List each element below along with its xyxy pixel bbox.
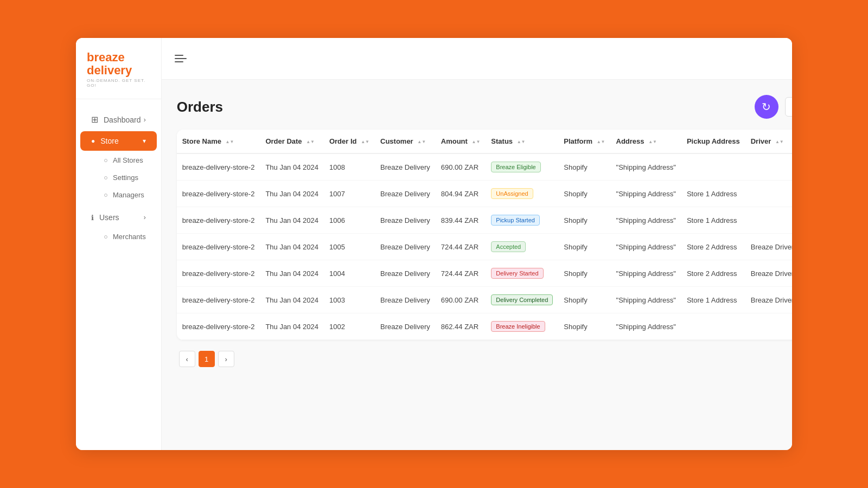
- cell-order-id: 1005: [324, 234, 375, 260]
- next-page-button[interactable]: ›: [218, 351, 234, 367]
- cell-pickup-address: [681, 153, 745, 181]
- table-row: breaze-delivery-store-2 Thu Jan 04 2024 …: [177, 207, 792, 234]
- col-order-date: Order Date ▲▼: [260, 130, 324, 153]
- cell-order-date: Thu Jan 04 2024: [260, 207, 324, 234]
- sub-item-label: Managers: [113, 191, 144, 199]
- col-pickup-address: Pickup Address: [681, 130, 745, 153]
- col-platform: Platform ▲▼: [558, 130, 610, 153]
- sort-icon[interactable]: ▲▼: [648, 139, 657, 144]
- hamburger-line: [175, 55, 183, 56]
- sidebar-item-users[interactable]: ℹ Users ›: [80, 208, 157, 227]
- sidebar-item-dashboard[interactable]: ⊞ Dashboard ›: [80, 109, 157, 130]
- cell-pickup-address: Store 1 Address: [681, 287, 745, 313]
- sort-icon[interactable]: ▲▼: [597, 139, 605, 144]
- cell-pickup-address: Store 2 Address: [681, 260, 745, 287]
- cell-order-id: 1008: [324, 153, 375, 181]
- col-amount: Amount ▲▼: [436, 130, 486, 153]
- pagination: ‹ 1 ›: [177, 351, 792, 367]
- cell-driver: Breaze Driver 1: [745, 234, 792, 260]
- hamburger-line: [175, 61, 183, 62]
- sort-icon[interactable]: ▲▼: [361, 139, 369, 144]
- cell-customer: Breaze Delivery: [375, 234, 436, 260]
- table-row: breaze-delivery-store-2 Thu Jan 04 2024 …: [177, 313, 792, 340]
- hamburger-line: [175, 58, 187, 59]
- cell-address: "Shipping Address": [611, 287, 681, 313]
- cell-status: Delivery Started: [486, 260, 558, 287]
- cell-order-date: Thu Jan 04 2024: [260, 287, 324, 313]
- dot-icon: [104, 194, 107, 197]
- sidebar-item-all-stores[interactable]: All Stores: [80, 152, 157, 169]
- main-content: Orders ↻ Select Batch Action Create Orde…: [162, 38, 792, 450]
- sort-icon[interactable]: ▲▼: [517, 139, 526, 144]
- cell-order-date: Thu Jan 04 2024: [260, 181, 324, 207]
- topbar: [162, 38, 792, 80]
- batch-action-select[interactable]: Select Batch Action: [785, 97, 792, 117]
- status-badge: Delivery Completed: [491, 294, 553, 305]
- cell-status: Breaze Ineligible: [486, 313, 558, 340]
- page-body: Orders ↻ Select Batch Action Create Orde…: [162, 80, 792, 450]
- cell-customer: Breaze Delivery: [375, 287, 436, 313]
- refresh-icon: ↻: [762, 100, 771, 113]
- sidebar-item-label: Store: [100, 137, 118, 145]
- sidebar-item-settings[interactable]: Settings: [80, 169, 157, 186]
- sidebar-item-label: Users: [99, 213, 119, 222]
- table-row: breaze-delivery-store-2 Thu Jan 04 2024 …: [177, 234, 792, 260]
- sidebar-item-store[interactable]: ● Store ▾: [80, 131, 157, 151]
- cell-customer: Breaze Delivery: [375, 181, 436, 207]
- cell-driver: [745, 181, 792, 207]
- cell-status: Accepted: [486, 234, 558, 260]
- cell-status: Pickup Started: [486, 207, 558, 234]
- sort-icon[interactable]: ▲▼: [472, 139, 481, 144]
- prev-page-button[interactable]: ‹: [179, 351, 195, 367]
- sort-icon[interactable]: ▲▼: [775, 139, 784, 144]
- sidebar-item-merchants[interactable]: Merchants: [80, 228, 157, 245]
- orders-table: Store Name ▲▼ Order Date ▲▼ Order Id ▲▼: [177, 130, 792, 340]
- sidebar: breaze delivery ON-DEMAND. GET SET. GO! …: [76, 38, 162, 450]
- cell-order-id: 1006: [324, 207, 375, 234]
- cell-status: Delivery Completed: [486, 287, 558, 313]
- cell-amount: 690.00 ZAR: [436, 153, 486, 181]
- cell-amount: 839.44 ZAR: [436, 207, 486, 234]
- cell-store-name: breaze-delivery-store-2: [177, 287, 260, 313]
- cell-pickup-address: Store 1 Address: [681, 207, 745, 234]
- sort-icon[interactable]: ▲▼: [306, 139, 315, 144]
- sidebar-nav: ⊞ Dashboard › ● Store ▾ All Stores Setti…: [76, 99, 161, 450]
- cell-platform: Shopify: [558, 207, 610, 234]
- cell-store-name: breaze-delivery-store-2: [177, 313, 260, 340]
- cell-store-name: breaze-delivery-store-2: [177, 234, 260, 260]
- sort-icon[interactable]: ▲▼: [226, 139, 234, 144]
- menu-toggle-button[interactable]: [175, 55, 187, 62]
- page-1-button[interactable]: 1: [199, 351, 215, 367]
- cell-customer: Breaze Delivery: [375, 153, 436, 181]
- cell-platform: Shopify: [558, 234, 610, 260]
- sidebar-item-label: Dashboard: [104, 115, 141, 124]
- cell-amount: 804.94 ZAR: [436, 181, 486, 207]
- store-icon: ●: [91, 137, 95, 145]
- cell-driver: [745, 153, 792, 181]
- cell-platform: Shopify: [558, 153, 610, 181]
- dot-icon: [104, 159, 107, 162]
- status-badge: Breaze Eligible: [491, 162, 540, 172]
- logo-sub: ON-DEMAND. GET SET. GO!: [87, 78, 150, 88]
- cell-order-id: 1007: [324, 181, 375, 207]
- sidebar-item-managers[interactable]: Managers: [80, 187, 157, 203]
- cell-pickup-address: [681, 313, 745, 340]
- status-badge: Breaze Ineligible: [491, 321, 545, 332]
- cell-order-date: Thu Jan 04 2024: [260, 153, 324, 181]
- dot-icon: [104, 235, 107, 239]
- refresh-button[interactable]: ↻: [755, 95, 778, 119]
- status-badge: Accepted: [491, 241, 526, 252]
- sort-icon[interactable]: ▲▼: [417, 139, 426, 144]
- cell-address: "Shipping Address": [611, 181, 681, 207]
- col-customer: Customer ▲▼: [375, 130, 436, 153]
- col-order-id: Order Id ▲▼: [324, 130, 375, 153]
- table-body: breaze-delivery-store-2 Thu Jan 04 2024 …: [177, 153, 792, 340]
- info-icon: ℹ: [91, 214, 94, 222]
- cell-status: UnAssigned: [486, 181, 558, 207]
- table-row: breaze-delivery-store-2 Thu Jan 04 2024 …: [177, 287, 792, 313]
- cell-platform: Shopify: [558, 260, 610, 287]
- page-title: Orders: [177, 99, 223, 115]
- cell-customer: Breaze Delivery: [375, 260, 436, 287]
- col-store-name: Store Name ▲▼: [177, 130, 260, 153]
- cell-pickup-address: Store 1 Address: [681, 181, 745, 207]
